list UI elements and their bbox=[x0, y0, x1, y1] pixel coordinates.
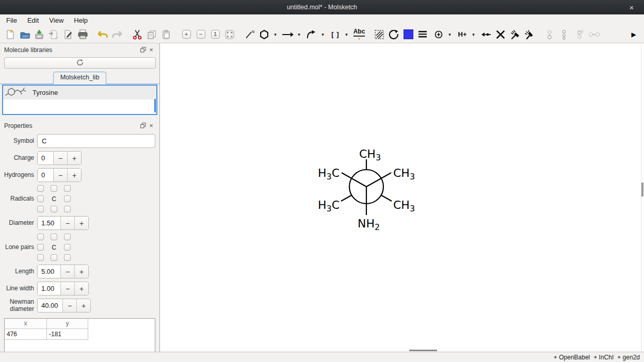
optimize-hammer-button[interactable] bbox=[508, 27, 522, 41]
diameter-value[interactable]: 1.50 bbox=[38, 217, 60, 229]
mechanism-arrow-dropdown[interactable]: ▾ bbox=[319, 27, 327, 41]
print-button[interactable] bbox=[75, 27, 90, 41]
atom-label-top[interactable]: CH3 bbox=[359, 147, 381, 162]
library-list-scrollbar[interactable] bbox=[154, 99, 156, 112]
redo-button[interactable] bbox=[110, 27, 124, 41]
line-width-increment-button[interactable]: + bbox=[74, 282, 88, 295]
forcefield-hammer-button[interactable] bbox=[522, 27, 537, 41]
menu-file[interactable]: File bbox=[1, 15, 22, 25]
menu-view[interactable]: View bbox=[44, 15, 69, 25]
symbol-input[interactable] bbox=[37, 134, 155, 148]
hydrogen-tool-button[interactable]: H+ bbox=[455, 27, 470, 41]
drawing-canvas[interactable]: CH3 H3C CH3 H3C CH3 NH2 bbox=[160, 43, 644, 352]
connect-tool-button[interactable] bbox=[479, 27, 493, 41]
length-value[interactable]: 5.00 bbox=[38, 265, 60, 278]
open-file-button[interactable] bbox=[18, 27, 32, 41]
atom-label-lower-left[interactable]: H3C bbox=[318, 199, 340, 213]
hydrogens-decrement-button[interactable]: − bbox=[53, 169, 67, 182]
lone-pair-checkbox[interactable] bbox=[64, 244, 71, 251]
menu-help[interactable]: Help bbox=[69, 15, 93, 25]
molecule-tool-button-4[interactable] bbox=[587, 27, 602, 41]
diameter-decrement-button[interactable]: − bbox=[60, 217, 74, 229]
atom-label-bottom[interactable]: NH2 bbox=[358, 217, 380, 232]
reaction-arrow-button[interactable] bbox=[281, 27, 295, 41]
cut-button[interactable] bbox=[130, 27, 144, 41]
newman-projection-molecule[interactable]: CH3 H3C CH3 H3C CH3 NH2 bbox=[315, 145, 421, 235]
line-width-decrement-button[interactable]: − bbox=[60, 282, 74, 295]
charge-tool-button[interactable] bbox=[431, 27, 446, 41]
charge-value[interactable]: 0 bbox=[38, 152, 53, 164]
new-file-button[interactable] bbox=[3, 27, 18, 41]
coordinate-y-cell[interactable]: -181 bbox=[47, 329, 88, 340]
length-increment-button[interactable]: + bbox=[74, 265, 88, 278]
ring-tool-dropdown[interactable]: ▾ bbox=[271, 27, 279, 41]
atom-label-lower-right[interactable]: CH3 bbox=[393, 199, 415, 213]
horizontal-scrollbar[interactable] bbox=[409, 350, 437, 351]
undo-button[interactable] bbox=[95, 27, 110, 41]
radical-checkbox[interactable] bbox=[51, 206, 57, 212]
radical-checkbox[interactable] bbox=[37, 195, 44, 202]
hydrogens-value[interactable]: 0 bbox=[38, 169, 53, 182]
reaction-arrow-dropdown[interactable]: ▾ bbox=[295, 27, 303, 41]
properties-close-icon[interactable]: × bbox=[147, 122, 155, 129]
refresh-libraries-button[interactable] bbox=[4, 57, 156, 69]
lone-pair-checkbox[interactable] bbox=[37, 244, 44, 251]
import-button[interactable] bbox=[46, 27, 61, 41]
paste-button[interactable] bbox=[159, 27, 173, 41]
lone-pair-checkbox[interactable] bbox=[51, 234, 57, 240]
radical-checkbox[interactable] bbox=[51, 185, 57, 192]
atom-label-upper-right[interactable]: CH3 bbox=[393, 167, 415, 182]
delete-tool-button[interactable] bbox=[493, 27, 508, 41]
bracket-tool-button[interactable]: [ ] bbox=[328, 27, 343, 41]
float-dock-icon[interactable] bbox=[139, 47, 147, 53]
mechanism-arrow-button[interactable] bbox=[304, 27, 319, 41]
radical-checkbox[interactable] bbox=[37, 185, 44, 192]
color-picker-button[interactable] bbox=[401, 27, 415, 41]
line-width-button[interactable] bbox=[415, 27, 430, 41]
vertical-scrollbar[interactable] bbox=[641, 183, 643, 196]
zoom-fit-button[interactable] bbox=[222, 27, 237, 41]
toolbar-overflow-button[interactable]: ▶ bbox=[626, 27, 641, 41]
hydrogen-tool-dropdown[interactable]: ▾ bbox=[470, 27, 477, 41]
list-item-tyrosine[interactable]: Tyrosine bbox=[3, 86, 156, 100]
lone-pair-checkbox[interactable] bbox=[64, 234, 71, 240]
newman-diameter-increment-button[interactable]: + bbox=[76, 299, 90, 312]
molecule-tool-button-3[interactable] bbox=[573, 27, 587, 41]
window-close-button[interactable]: × bbox=[624, 0, 639, 14]
save-button[interactable] bbox=[32, 27, 46, 41]
draw-tool-button[interactable]: N bbox=[243, 27, 257, 41]
ring-tool-button[interactable] bbox=[257, 27, 271, 41]
rotate-tool-button[interactable] bbox=[387, 27, 401, 41]
newman-diameter-value[interactable]: 40.00 bbox=[38, 299, 62, 312]
menu-edit[interactable]: Edit bbox=[22, 15, 44, 25]
libraries-close-icon[interactable]: × bbox=[147, 46, 155, 54]
charge-tool-dropdown[interactable]: ▾ bbox=[446, 27, 454, 41]
coordinate-x-cell[interactable]: 476 bbox=[5, 329, 47, 340]
radical-checkbox[interactable] bbox=[37, 206, 44, 212]
lone-pair-checkbox[interactable] bbox=[51, 254, 57, 261]
zoom-original-button[interactable]: 1 bbox=[208, 27, 222, 41]
charge-decrement-button[interactable]: − bbox=[53, 152, 67, 164]
zoom-out-button[interactable]: − bbox=[194, 27, 208, 41]
radical-checkbox[interactable] bbox=[64, 206, 71, 212]
diameter-increment-button[interactable]: + bbox=[74, 217, 88, 229]
lone-pair-checkbox[interactable] bbox=[37, 254, 44, 261]
molecule-tool-button-1[interactable] bbox=[542, 27, 557, 41]
radical-checkbox[interactable] bbox=[64, 195, 71, 202]
lone-pair-checkbox[interactable] bbox=[64, 254, 71, 261]
radical-checkbox[interactable] bbox=[64, 185, 71, 192]
lone-pair-checkbox[interactable] bbox=[37, 234, 44, 240]
newman-diameter-decrement-button[interactable]: − bbox=[62, 299, 76, 312]
length-decrement-button[interactable]: − bbox=[60, 265, 74, 278]
bracket-tool-dropdown[interactable]: ▾ bbox=[343, 27, 350, 41]
float-dock-icon[interactable] bbox=[139, 123, 147, 128]
export-button[interactable] bbox=[61, 27, 75, 41]
hatch-tool-button[interactable] bbox=[372, 27, 387, 41]
tab-molsketch-lib[interactable]: Molsketch_lib bbox=[53, 72, 107, 84]
text-tool-button[interactable]: Abc ▾ bbox=[352, 27, 366, 41]
copy-button[interactable] bbox=[144, 27, 159, 41]
hydrogens-increment-button[interactable]: + bbox=[67, 169, 81, 182]
atom-label-upper-left[interactable]: H3C bbox=[318, 167, 340, 182]
molecule-tool-button-2[interactable] bbox=[557, 27, 571, 41]
charge-increment-button[interactable]: + bbox=[67, 152, 81, 164]
